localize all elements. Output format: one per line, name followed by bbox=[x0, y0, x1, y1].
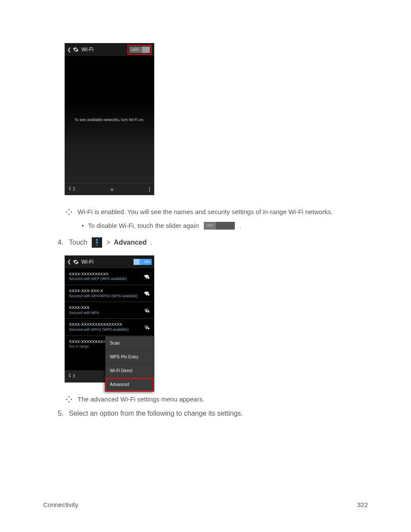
step-5: 5. Select an option from the following t… bbox=[58, 410, 368, 417]
svg-rect-11 bbox=[65, 398, 67, 400]
wps-icon[interactable] bbox=[69, 186, 75, 193]
network-row[interactable]: XXXX-XXXXXXXXX Not in range Scan WPS Pin… bbox=[65, 336, 154, 370]
step-text: Select an option from the following to c… bbox=[69, 410, 243, 417]
overflow-menu: Scan WPS Pin Entry Wi-Fi Direct Advanced bbox=[105, 336, 154, 392]
security-text: Secured with WPA bbox=[69, 311, 99, 315]
note-advanced-menu: The advanced Wi-Fi settings menu appears… bbox=[65, 395, 368, 406]
footer-section: Connectivity bbox=[43, 501, 78, 508]
phone-header: ❮ Wi-Fi OFF bbox=[65, 43, 154, 56]
step-touch: Touch bbox=[69, 239, 87, 246]
inline-off-toggle-icon: OFF bbox=[204, 222, 235, 230]
bullet-dot-icon bbox=[82, 225, 84, 227]
note-wifi-enabled: Wi-Fi is enabled. You will see the names… bbox=[65, 207, 368, 218]
ssid: XXXX-XXX bbox=[69, 305, 99, 311]
wifi-signal-lock-icon bbox=[143, 274, 150, 280]
footer-page: 322 bbox=[357, 501, 368, 508]
wifi-signal-lock-icon bbox=[143, 324, 150, 330]
step-number: 4. bbox=[58, 239, 65, 246]
svg-rect-0 bbox=[68, 208, 70, 210]
menu-item-scan[interactable]: Scan bbox=[106, 336, 154, 350]
ssid: XXXX-XXX-XXX-X bbox=[69, 288, 137, 294]
note-text: Wi-Fi is enabled. You will see the names… bbox=[78, 207, 333, 217]
toggle-knob bbox=[134, 259, 140, 265]
network-list: XXXX-XXXXXXXXXX Secured with WEP (WPS av… bbox=[65, 268, 154, 370]
wps-icon[interactable] bbox=[69, 373, 75, 380]
header-title: Wi-Fi bbox=[81, 47, 126, 53]
back-icon: ❮ bbox=[67, 259, 71, 264]
step-advanced: Advanced bbox=[114, 239, 146, 246]
svg-rect-13 bbox=[68, 401, 70, 402]
svg-rect-3 bbox=[68, 213, 70, 215]
add-icon[interactable]: + bbox=[110, 186, 114, 193]
wifi-toggle-off[interactable]: OFF bbox=[129, 47, 150, 53]
highlight-box: OFF bbox=[128, 45, 152, 55]
ssid: XXXX-XXXXXXXXXX bbox=[69, 271, 127, 277]
page-footer: Connectivity 322 bbox=[43, 501, 368, 508]
phone-screenshot-wifi-off: ❮ Wi-Fi OFF To see available networks, t… bbox=[65, 43, 154, 195]
wifi-toggle-on[interactable]: ON bbox=[134, 259, 152, 265]
inline-off-label: OFF bbox=[204, 222, 216, 230]
svg-rect-1 bbox=[65, 211, 67, 213]
network-row[interactable]: XXXX-XXXXXXXXXX Secured with WEP (WPS av… bbox=[65, 268, 154, 285]
wifi-signal-lock-icon bbox=[143, 290, 150, 296]
gear-icon bbox=[73, 259, 79, 265]
ssid: XXXX-XXXXXXXXX bbox=[69, 339, 106, 345]
svg-rect-9 bbox=[148, 328, 149, 330]
phone-body: To see available networks, turn Wi-Fi on… bbox=[65, 56, 154, 183]
security-text: Secured with WPA2 (WPS available) bbox=[69, 327, 128, 332]
gt: > bbox=[106, 239, 110, 246]
security-text: Secured with WPA/WPA2 (WPS available) bbox=[69, 294, 137, 299]
menu-item-wps[interactable]: WPS Pin Entry bbox=[106, 350, 154, 364]
svg-rect-12 bbox=[70, 398, 72, 400]
gear-icon bbox=[73, 47, 79, 53]
period: . bbox=[240, 222, 241, 229]
svg-rect-7 bbox=[148, 293, 149, 294]
network-row[interactable]: XXXX-XXX-XXX-X Secured with WPA/WPA2 (WP… bbox=[65, 285, 154, 302]
sub-note-disable: To disable Wi-Fi, touch the slider again… bbox=[82, 222, 368, 230]
step-number: 5. bbox=[58, 410, 65, 417]
toggle-knob bbox=[142, 47, 150, 53]
network-row[interactable]: XXXX-XXXXXXXXXXXXXXX Secured with WPA2 (… bbox=[65, 319, 154, 336]
bullet-icon bbox=[65, 396, 72, 406]
bullet-icon bbox=[65, 208, 72, 218]
security-text: Not in range bbox=[69, 344, 106, 349]
menu-item-advanced[interactable]: Advanced bbox=[106, 378, 154, 391]
ssid: XXXX-XXXXXXXXXXXXXXX bbox=[69, 322, 128, 327]
phone-footer: + bbox=[65, 183, 154, 195]
network-row[interactable]: XXXX-XXX Secured with WPA bbox=[65, 302, 154, 319]
svg-rect-2 bbox=[70, 211, 72, 213]
empty-message: To see available networks, turn Wi-Fi on… bbox=[75, 118, 144, 122]
step-4: 4. Touch > Advanced. bbox=[58, 237, 368, 248]
phone-screenshot-wifi-on: ❮ Wi-Fi ON XXXX-XXXXXXXXXX Secured with … bbox=[65, 255, 154, 383]
period2: . bbox=[150, 239, 152, 246]
toggle-label: ON bbox=[144, 260, 149, 264]
phone-header-2: ❮ Wi-Fi ON bbox=[65, 255, 154, 268]
header-title: Wi-Fi bbox=[81, 259, 132, 265]
toggle-label: OFF bbox=[132, 48, 139, 52]
svg-rect-5 bbox=[148, 277, 149, 277]
wifi-signal-lock-icon bbox=[143, 307, 150, 313]
more-menu-icon bbox=[92, 237, 102, 248]
more-icon[interactable] bbox=[149, 187, 150, 192]
svg-rect-8 bbox=[148, 311, 149, 313]
back-icon: ❮ bbox=[67, 47, 71, 53]
menu-item-direct[interactable]: Wi-Fi Direct bbox=[106, 364, 154, 378]
note-text: The advanced Wi-Fi settings menu appears… bbox=[78, 395, 204, 404]
disable-text-prefix: To disable Wi-Fi, touch the slider again bbox=[88, 222, 199, 229]
security-text: Secured with WEP (WPS available) bbox=[69, 277, 127, 281]
svg-rect-10 bbox=[68, 396, 70, 398]
